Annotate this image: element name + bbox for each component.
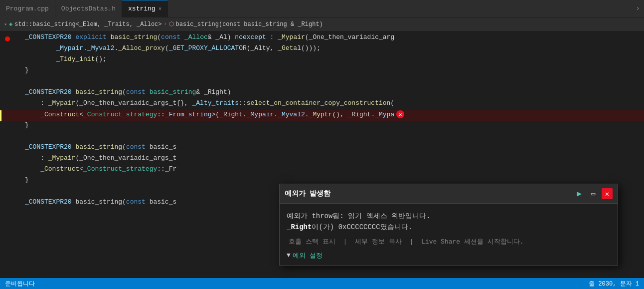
code-line-5 xyxy=(0,77,644,88)
tab-scroll-right[interactable]: › xyxy=(632,4,644,12)
breadcrumb-right[interactable]: ⬡ basic_string(const basic_string & _Rig… xyxy=(169,20,323,28)
breadcrumb-left[interactable]: ▾ ◈ std::basic_string<_Elem, _Traits, _A… xyxy=(4,20,162,28)
code-editor: _CONSTEXPR20 explicit basic_string(const… xyxy=(0,31,644,278)
status-bar: 준비됩니다 줄 2030, 문자 1 xyxy=(0,278,644,289)
exception-popup: 예외가 발생함 ▶ ▭ ✕ 예외가 throw됨: 읽기 액세스 위반입니다. … xyxy=(279,184,618,266)
status-position: 줄 2030, 문자 1 xyxy=(589,280,639,288)
tab-xstring[interactable]: xstring × xyxy=(122,0,168,17)
tab-bar: Program.cpp ObjectsDatas.h xstring × › xyxy=(0,0,644,17)
code-line-4: } xyxy=(0,66,644,77)
tab-close-icon[interactable]: × xyxy=(159,6,162,12)
code-line-2: _Mypair._Myval2._Alloc_proxy(_GET_PROXY_… xyxy=(0,44,644,55)
popup-content: 예외가 throw됨: 읽기 액세스 위반입니다. _Right이(가) 0xC… xyxy=(280,204,618,265)
breakpoint-dot xyxy=(5,36,10,41)
popup-restore-button[interactable]: ▭ xyxy=(588,188,599,199)
breadcrumb-left-icon: ◈ xyxy=(9,20,12,28)
error-icon: ✕ xyxy=(396,110,404,118)
popup-close-button[interactable]: ✕ xyxy=(602,188,613,199)
status-right: 줄 2030, 문자 1 xyxy=(589,280,639,288)
live-share-link[interactable]: Live Share 세션을 시작합니다. xyxy=(421,238,523,246)
tab-objects-datas[interactable]: ObjectsDatas.h xyxy=(55,0,122,17)
call-stack-link[interactable]: 호출 스택 표시 xyxy=(289,238,335,246)
breadcrumb-bar: ▾ ◈ std::basic_string<_Elem, _Traits, _A… xyxy=(0,17,644,31)
breadcrumb-separator: › xyxy=(164,21,167,27)
popup-message: 예외가 throw됨: 읽기 액세스 위반입니다. _Right이(가) 0xC… xyxy=(287,211,611,233)
code-line-3: _Tidy_init(); xyxy=(0,55,644,66)
breadcrumb-right-icon: ⬡ xyxy=(169,20,174,28)
copy-details-link[interactable]: 세부 정보 복사 xyxy=(355,238,402,246)
execution-indicator xyxy=(0,110,1,121)
breadcrumb-left-label: std::basic_string<_Elem, _Traits, _Alloc… xyxy=(14,21,161,28)
code-line-13: _Construct<_Construct_strategy::_Fr xyxy=(0,165,644,176)
code-line-7: : _Mypair(_One_then_variadic_args_t{}, _… xyxy=(0,99,644,110)
code-line-10 xyxy=(0,132,644,143)
popup-title: 예외가 발생함 xyxy=(285,189,330,198)
code-line-1: _CONSTEXPR20 explicit basic_string(const… xyxy=(0,33,644,44)
breadcrumb-right-label: basic_string(const basic_string & _Right… xyxy=(176,21,323,28)
code-line-8-error: _Construct<_Construct_strategy::_From_st… xyxy=(0,110,644,121)
chevron-down-icon: ▾ xyxy=(4,21,7,27)
exception-settings-section[interactable]: ▼ 예외 설정 xyxy=(287,251,611,260)
status-ready: 준비됩니다 xyxy=(5,280,35,288)
code-line-9: } xyxy=(0,121,644,132)
popup-play-button[interactable]: ▶ xyxy=(574,188,585,199)
popup-header: 예외가 발생함 ▶ ▭ ✕ xyxy=(280,184,618,204)
tab-program-cpp[interactable]: Program.cpp xyxy=(0,0,55,17)
code-line-6: _CONSTEXPR20 basic_string(const basic_st… xyxy=(0,88,644,99)
code-line-11: _CONSTEXPR20 basic_string(const basic_s xyxy=(0,143,644,154)
section-arrow-icon: ▼ xyxy=(287,252,291,259)
exception-settings-label: 예외 설정 xyxy=(293,251,322,260)
popup-controls: ▶ ▭ ✕ xyxy=(574,188,613,199)
popup-links: 호출 스택 표시 | 세부 정보 복사 | Live Share 세션을 시작합… xyxy=(287,237,611,246)
code-line-12: : _Mypair(_One_then_variadic_args_t xyxy=(0,154,644,165)
